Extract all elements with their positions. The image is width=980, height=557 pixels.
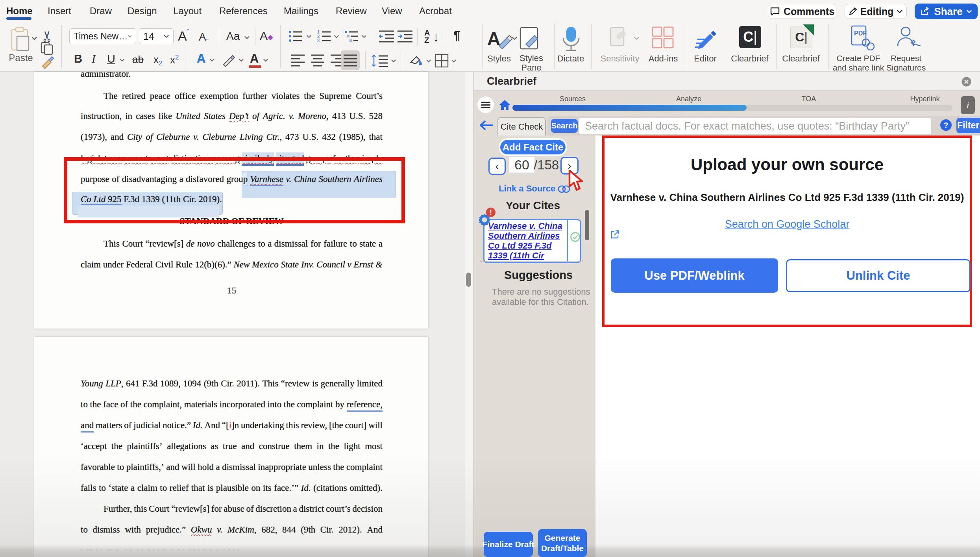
svg-text:3: 3 — [317, 38, 320, 43]
svg-text:A: A — [487, 28, 500, 49]
svg-text:PDF: PDF — [854, 30, 867, 37]
